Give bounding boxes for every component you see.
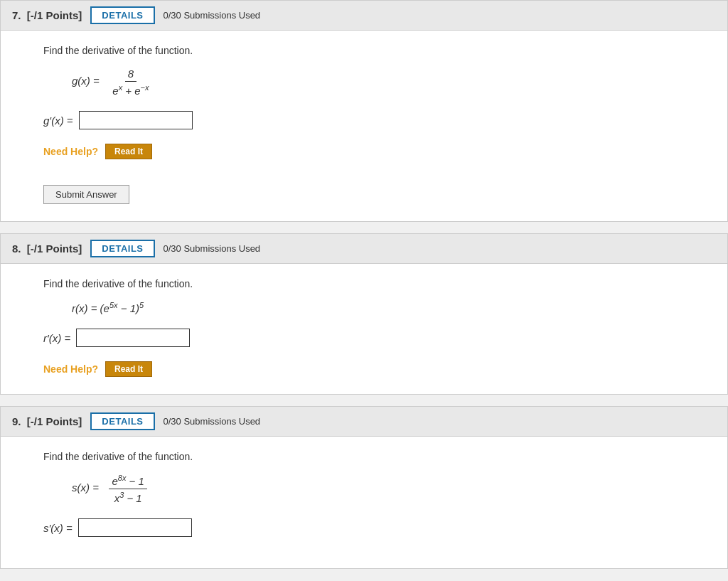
question-9: 9. [-/1 Points] DETAILS 0/30 Submissions… xyxy=(0,406,728,569)
question-9-answer-label: s′(x) = xyxy=(43,522,73,534)
question-8-number: 8. [-/1 Points] xyxy=(12,242,82,255)
question-7: 7. [-/1 Points] DETAILS 0/30 Submissions… xyxy=(0,0,728,222)
question-8-answer-label: r′(x) = xyxy=(43,332,70,344)
question-7-submissions: 0/30 Submissions Used xyxy=(164,10,261,21)
question-7-function: g(x) = 8 ex + e−x xyxy=(72,68,685,97)
question-7-points: [-/1 Points] xyxy=(27,9,82,21)
fraction-9-denominator: x3 − 1 xyxy=(112,489,145,504)
question-8-answer-row: r′(x) = xyxy=(43,329,685,347)
question-7-body: Find the derivative of the function. g(x… xyxy=(1,31,727,221)
question-7-submit-button[interactable]: Submit Answer xyxy=(43,185,129,204)
question-8-points: [-/1 Points] xyxy=(27,242,82,255)
question-8-function: r(x) = (e5x − 1)5 xyxy=(72,301,685,314)
question-7-read-it-button[interactable]: Read It xyxy=(105,144,152,159)
fraction-9-numerator: e8x − 1 xyxy=(109,474,146,489)
question-8-need-help-label: Need Help? xyxy=(43,363,98,375)
question-9-submissions: 0/30 Submissions Used xyxy=(164,416,261,427)
question-7-need-help-label: Need Help? xyxy=(43,146,98,157)
question-9-function: s(x) = e8x − 1 x3 − 1 xyxy=(72,474,685,504)
fraction-9: e8x − 1 x3 − 1 xyxy=(109,474,146,504)
question-8-details-button[interactable]: DETAILS xyxy=(90,240,154,257)
question-7-details-button[interactable]: DETAILS xyxy=(90,6,154,24)
question-9-answer-input[interactable] xyxy=(78,518,192,537)
question-8-body: Find the derivative of the function. r(x… xyxy=(1,264,727,394)
question-9-details-button[interactable]: DETAILS xyxy=(90,412,154,430)
question-7-need-help-row: Need Help? Read It xyxy=(43,144,685,159)
function-label-7: g(x) = xyxy=(72,75,100,87)
question-7-header: 7. [-/1 Points] DETAILS 0/30 Submissions… xyxy=(1,1,727,31)
question-7-answer-input[interactable] xyxy=(79,111,193,129)
question-9-number: 9. [-/1 Points] xyxy=(12,415,82,427)
function-label-9: s(x) = xyxy=(72,481,99,494)
question-8: 8. [-/1 Points] DETAILS 0/30 Submissions… xyxy=(0,233,728,395)
question-8-need-help-row: Need Help? Read It xyxy=(43,361,685,377)
question-7-number: 7. [-/1 Points] xyxy=(12,9,82,21)
question-8-submissions: 0/30 Submissions Used xyxy=(164,243,261,254)
question-9-header: 9. [-/1 Points] DETAILS 0/30 Submissions… xyxy=(1,407,727,437)
fraction-7: 8 ex + e−x xyxy=(109,68,151,97)
question-7-submit-row: Submit Answer xyxy=(43,174,685,204)
question-8-read-it-button[interactable]: Read It xyxy=(105,361,152,377)
question-7-answer-row: g′(x) = xyxy=(43,111,685,129)
question-7-answer-label: g′(x) = xyxy=(43,114,73,127)
fraction-7-denominator: ex + e−x xyxy=(109,82,151,97)
question-8-answer-input[interactable] xyxy=(76,329,190,347)
question-9-points: [-/1 Points] xyxy=(27,415,82,427)
question-9-answer-row: s′(x) = xyxy=(43,518,685,537)
fraction-7-numerator: 8 xyxy=(125,68,136,82)
question-9-instruction: Find the derivative of the function. xyxy=(43,451,685,462)
question-9-body: Find the derivative of the function. s(x… xyxy=(1,437,727,568)
question-8-instruction: Find the derivative of the function. xyxy=(43,278,685,289)
question-7-instruction: Find the derivative of the function. xyxy=(43,45,685,56)
question-8-header: 8. [-/1 Points] DETAILS 0/30 Submissions… xyxy=(1,234,727,264)
